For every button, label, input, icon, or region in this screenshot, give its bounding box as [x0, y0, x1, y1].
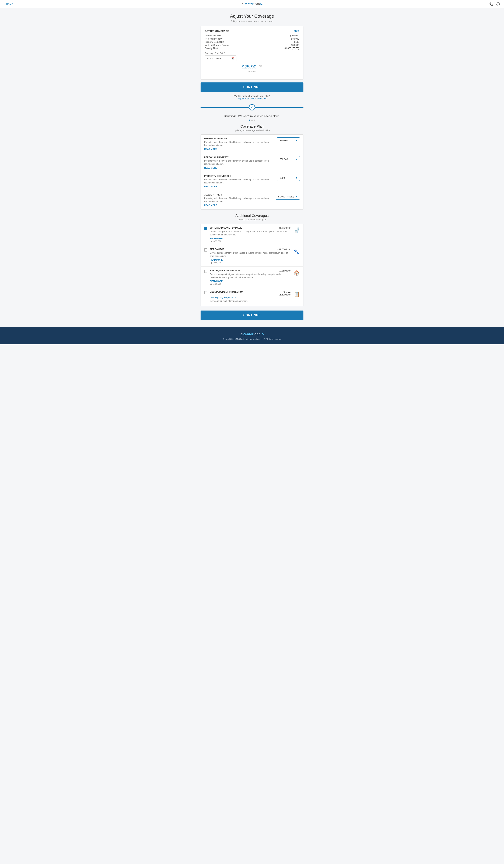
- chevron-down-icon: ▼: [296, 158, 298, 160]
- addon-item: PET DAMAGE +$1.50/Month Covers damages t…: [201, 245, 303, 267]
- addon-item: UNEMPLOYMENT PROTECTION Starts at$5.50/M…: [201, 288, 303, 306]
- addon-icon-3: 📋: [293, 291, 300, 297]
- coverage-summary-card: BETTER COVERAGE EDIT Personal Liability$…: [201, 26, 303, 80]
- addon-price: +$1.50/Month: [277, 248, 291, 251]
- addon-content-0: WATER AND SEWER DAMAGE +$1.00/Month Cove…: [210, 227, 291, 242]
- coverage-item-desc: Protects you in the event of bodily inju…: [204, 159, 274, 166]
- addon-content-2: EARTHQUAKE PROTECTION +$8.25/Month Cover…: [210, 269, 291, 285]
- addon-icon-2: 🏠: [293, 270, 300, 276]
- coverage-item-desc: Protects you in the event of bodily inju…: [204, 197, 272, 203]
- price-amount: $25.90: [241, 64, 256, 70]
- dot-3[interactable]: [254, 120, 255, 121]
- coverage-select-3[interactable]: $1,000 (FREE!) ▼: [276, 194, 300, 200]
- calendar-icon: 📅: [231, 57, 234, 60]
- back-button[interactable]: < HOME: [4, 3, 13, 5]
- read-more-link[interactable]: READ MORE: [204, 185, 217, 188]
- coverage-plan-item: PERSONAL PROPERTY Protects you in the ev…: [201, 153, 303, 172]
- adjust-coverage-link[interactable]: Adjust Your Coverage Below: [238, 97, 266, 100]
- addon-price: Starts at$5.50/Month: [279, 291, 291, 296]
- addon-content-3: UNEMPLOYMENT PROTECTION Starts at$5.50/M…: [210, 291, 291, 303]
- addon-read-more[interactable]: READ MORE: [210, 259, 223, 261]
- read-more-link[interactable]: READ MORE: [204, 204, 217, 206]
- benefit-text: Benefit #1: We won't raise rates after a…: [201, 115, 303, 118]
- addon-icon-1: 🐾: [293, 249, 300, 254]
- footer-logo: eRenterPlan: [3, 332, 501, 336]
- addon-up-to: Up to $5,000: [210, 262, 291, 264]
- additional-coverages-subtitle: Choose add-ons for your plan: [201, 218, 303, 221]
- bottom-continue-wrap: CONTINUE: [201, 311, 303, 320]
- edit-link[interactable]: EDIT: [293, 30, 299, 32]
- coverage-summary-row: Water & Sewage Damage$30,000: [205, 44, 299, 46]
- footer: eRenterPlan Copyright 2019 Multifamily I…: [0, 327, 504, 344]
- price-display: $25.90 PERMONTH: [205, 64, 299, 75]
- addon-up-to: Up to $5,000: [210, 240, 291, 242]
- addon-read-more[interactable]: READ MORE: [210, 280, 223, 283]
- main-content: Adjust Your Coverage Edit your plan or c…: [198, 8, 306, 320]
- page-title: Adjust Your Coverage: [201, 13, 303, 19]
- coverage-select-2[interactable]: $500 ▼: [277, 175, 300, 181]
- read-more-link[interactable]: READ MORE: [204, 148, 217, 151]
- addon-icon-0: 🚽: [293, 227, 300, 233]
- plan-label: BETTER COVERAGE: [205, 30, 229, 32]
- dot-2[interactable]: [251, 120, 253, 121]
- coverage-item-left-0: PERSONAL LIABILITY Protects you in the e…: [204, 137, 274, 151]
- addon-checkbox-2[interactable]: [204, 270, 207, 273]
- coverage-summary-row: Jewelry Theft$1,000 (FREE): [205, 47, 299, 49]
- benefit-line-right: [255, 107, 303, 108]
- addon-name: EARTHQUAKE PROTECTION: [210, 269, 240, 272]
- addon-name: UNEMPLOYMENT PROTECTION: [210, 291, 243, 293]
- coverage-item-left-3: JEWELRY THEFT Protects you in the event …: [204, 194, 272, 206]
- coverage-rows: Personal Liability$100,000Personal Prope…: [205, 35, 299, 49]
- eligibility-link[interactable]: View Eligibility Requirements: [210, 296, 237, 299]
- coverage-plan-title: Coverage Plan: [201, 124, 303, 129]
- addon-checkbox-3[interactable]: [204, 291, 207, 294]
- coverage-plan-item: PROPERTY DEDUCTIBLE Protects you in the …: [201, 172, 303, 191]
- addon-card: ✓ WATER AND SEWER DAMAGE +$1.00/Month Co…: [201, 224, 303, 306]
- addon-desc: Covers damages that your pet causes to a…: [210, 273, 291, 279]
- coverage-item-name: PERSONAL PROPERTY: [204, 156, 274, 159]
- chat-icon[interactable]: 💬: [496, 2, 500, 6]
- adjust-prompt: Want to make changes to your plan? Adjus…: [201, 95, 303, 100]
- coverage-item-left-1: PERSONAL PROPERTY Protects you in the ev…: [204, 156, 274, 169]
- coverage-select-0[interactable]: $100,000 ▼: [277, 137, 300, 143]
- benefit-check-icon: ✓: [249, 104, 255, 110]
- start-date-label: Coverage Start Date*: [205, 52, 299, 55]
- addon-checkbox-1[interactable]: [204, 248, 207, 252]
- addon-desc: Covers damages that your pet causes incl…: [210, 251, 291, 258]
- chevron-down-icon: ▼: [296, 195, 298, 198]
- coverage-select-1[interactable]: $30,000 ▼: [277, 156, 300, 162]
- addon-item: ✓ WATER AND SEWER DAMAGE +$1.00/Month Co…: [201, 224, 303, 245]
- addon-read-more[interactable]: READ MORE: [210, 237, 223, 240]
- coverage-card-header: BETTER COVERAGE EDIT: [205, 30, 299, 32]
- coverage-summary-row: Property Deductible$500: [205, 41, 299, 43]
- coverage-item-desc: Protects you in the event of bodily inju…: [204, 178, 274, 184]
- date-value: 01 / 06 / 2019: [207, 57, 221, 60]
- addon-header: UNEMPLOYMENT PROTECTION Starts at$5.50/M…: [210, 291, 291, 296]
- coverage-item-desc: Protects you in the event of bodily inju…: [204, 141, 274, 147]
- addon-checkbox-0[interactable]: ✓: [204, 227, 207, 230]
- coverage-item-name: PERSONAL LIABILITY: [204, 137, 274, 140]
- additional-coverages-title: Additional Coverages: [201, 214, 303, 218]
- continue-button-bottom[interactable]: CONTINUE: [201, 311, 303, 320]
- chevron-down-icon: ▼: [296, 177, 298, 179]
- coverage-summary-row: Personal Liability$100,000: [205, 35, 299, 37]
- phone-icon[interactable]: 📞: [489, 2, 493, 6]
- addon-desc: Covers damages caused by backup of city …: [210, 230, 291, 236]
- benefit-line-left: [201, 107, 249, 108]
- page-subtitle: Edit your plan or continue to the next s…: [201, 20, 303, 23]
- addon-price: +$1.00/Month: [277, 227, 291, 229]
- read-more-link[interactable]: READ MORE: [204, 167, 217, 169]
- date-picker[interactable]: 01 / 06 / 2019 📅: [205, 56, 237, 61]
- continue-button-top[interactable]: CONTINUE: [201, 82, 303, 92]
- coverage-item-name: PROPERTY DEDUCTIBLE: [204, 175, 274, 177]
- chevron-down-icon: ▼: [296, 139, 298, 142]
- addon-header: WATER AND SEWER DAMAGE +$1.00/Month: [210, 227, 291, 229]
- addon-header: EARTHQUAKE PROTECTION +$8.25/Month: [210, 269, 291, 272]
- coverage-item-left-2: PROPERTY DEDUCTIBLE Protects you in the …: [204, 175, 274, 188]
- header-icons: 📞 💬: [489, 2, 500, 6]
- footer-copyright: Copyright 2019 Multifamily Internet Vent…: [3, 338, 501, 340]
- dot-1[interactable]: [249, 120, 250, 121]
- coverage-plan-item: PERSONAL LIABILITY Protects you in the e…: [201, 135, 303, 153]
- coverage-summary-row: Personal Property$30,000: [205, 38, 299, 40]
- addon-header: PET DAMAGE +$1.50/Month: [210, 248, 291, 251]
